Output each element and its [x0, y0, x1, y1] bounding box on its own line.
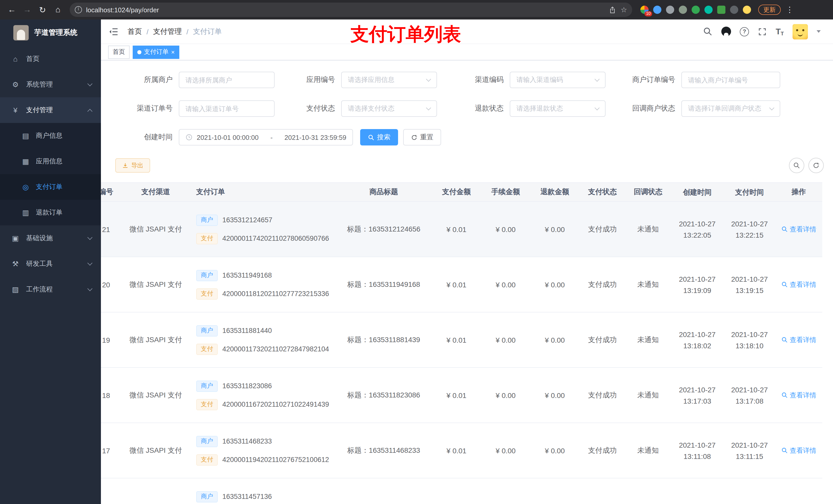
breadcrumb-home[interactable]: 首页 — [127, 27, 142, 36]
site-info-icon[interactable] — [75, 6, 82, 13]
chevron-up-icon — [87, 109, 93, 114]
notify-status-select[interactable]: 请选择订单回调商户状态 — [681, 100, 780, 117]
cell-status: 支付成功 — [579, 202, 625, 257]
create-time-range-picker[interactable]: 2021-10-01 00:00:00 - 2021-10-31 23:59:5… — [179, 129, 353, 145]
cell-channel — [122, 478, 189, 504]
merchant-tag: 商户 — [196, 325, 218, 336]
sidebar-item-workflow[interactable]: ▨ 工作流程 — [0, 277, 101, 302]
tab-pay-order[interactable]: 支付订单 — [133, 45, 179, 58]
cell-amount: ¥ 0.01 — [432, 423, 481, 478]
home-menu-icon: ⌂ — [11, 55, 20, 63]
filter-label: 渠道编码 — [457, 75, 510, 85]
url-text[interactable]: localhost:1024/pay/order — [86, 6, 605, 14]
cell-amount: ¥ 0.01 — [432, 368, 481, 423]
view-detail-link[interactable]: 查看详情 — [781, 390, 816, 400]
cell-notify: 未通知 — [625, 257, 671, 312]
reset-button[interactable]: 重置 — [403, 129, 441, 145]
cell-title: 标题：1635311468233 — [336, 423, 432, 478]
gear-icon: ⚙ — [11, 80, 20, 89]
help-icon[interactable] — [740, 27, 749, 36]
extension-icon[interactable] — [705, 6, 713, 14]
toggle-search-icon[interactable] — [789, 158, 804, 173]
sidebar-item-pay-order[interactable]: ◎ 支付订单 — [0, 174, 101, 200]
date-separator: - — [263, 134, 280, 141]
sidebar-item-dev-tools[interactable]: ⚒ 研发工具 — [0, 251, 101, 277]
merchant-input[interactable] — [179, 72, 275, 88]
filter-label: 所属商户 — [126, 75, 179, 85]
table-header-row: 编号 支付渠道 支付订单 商品标题 支付金额 手续金额 退款金额 支付状态 回调… — [101, 182, 822, 202]
view-detail-link[interactable]: 查看详情 — [781, 280, 816, 289]
app-id-select[interactable]: 请选择应用信息 — [341, 72, 437, 88]
sidebar-item-infra[interactable]: ▣ 基础设施 — [0, 225, 101, 251]
sidebar-item-merchant-info[interactable]: ▤ 商户信息 — [0, 123, 101, 148]
channel-code-select[interactable]: 请输入渠道编码 — [510, 72, 605, 88]
view-detail-link[interactable]: 查看详情 — [781, 335, 816, 344]
sidebar-item-app-info[interactable]: ▦ 应用信息 — [0, 148, 101, 174]
briefcase-icon: ▨ — [11, 285, 20, 293]
github-icon[interactable] — [721, 27, 731, 37]
payment-submenu: ▤ 商户信息 ▦ 应用信息 ◎ 支付订单 ▥ 退款订单 — [0, 123, 101, 225]
view-detail-link[interactable]: 查看详情 — [781, 224, 816, 234]
pay-order-no: 4200001194202110276752100612 — [222, 456, 329, 463]
bookmark-star-icon[interactable]: ☆ — [621, 6, 627, 14]
share-icon[interactable] — [609, 6, 617, 14]
extension-icon[interactable] — [653, 6, 661, 14]
tab-home[interactable]: 首页 — [108, 45, 129, 58]
back-icon[interactable]: ← — [5, 3, 19, 16]
refresh-icon[interactable] — [808, 158, 824, 173]
sidebar-item-refund-order[interactable]: ▥ 退款订单 — [0, 200, 101, 225]
reload-icon[interactable]: ↻ — [36, 3, 49, 16]
grid-icon: ▦ — [21, 157, 30, 165]
merchant-tag: 商户 — [196, 270, 218, 281]
view-detail-link[interactable]: 查看详情 — [781, 446, 816, 455]
pay-tag: 支付 — [196, 399, 218, 410]
date-start: 2021-10-01 00:00:00 — [197, 134, 259, 141]
date-end: 2021-10-31 23:59:59 — [285, 134, 346, 141]
extensions-puzzle-icon[interactable] — [730, 6, 738, 14]
refund-status-select[interactable]: 请选择退款状态 — [510, 100, 605, 117]
extension-icon[interactable] — [717, 6, 725, 14]
yen-icon: ¥ — [11, 106, 20, 114]
fullscreen-icon[interactable] — [758, 27, 767, 36]
channel-order-no-input[interactable] — [179, 100, 275, 117]
browser-update-button[interactable]: 更新 — [758, 5, 781, 15]
filter-label: 退款状态 — [457, 104, 510, 113]
extension-icon[interactable] — [679, 6, 687, 14]
close-icon[interactable] — [171, 49, 175, 55]
pay-status-select[interactable]: 请选择支付状态 — [341, 100, 437, 117]
merchant-order-no-input[interactable] — [681, 72, 780, 88]
address-bar[interactable]: localhost:1024/pay/order ☆ — [70, 3, 632, 17]
cell-refund: ¥ 0.00 — [530, 257, 579, 312]
browser-toolbar: ← → ↻ ⌂ localhost:1024/pay/order ☆ 更新 ⋮ — [0, 0, 833, 20]
top-navbar: 首页 支付管理 支付订单 支付订单列表 — [101, 20, 833, 44]
search-button[interactable]: 搜索 — [360, 129, 398, 145]
extension-icon[interactable] — [692, 6, 700, 14]
export-button[interactable]: 导出 — [115, 158, 150, 173]
sidebar: 芋道管理系统 ⌂ 首页 ⚙ 系统管理 ¥ 支付管理 ▤ 商户信息 — [0, 20, 101, 504]
extension-icon[interactable] — [640, 6, 648, 14]
extension-icon[interactable] — [666, 6, 674, 14]
cell-fee: ¥ 0.00 — [481, 312, 530, 367]
sidebar-fold-icon[interactable] — [109, 26, 119, 37]
user-avatar[interactable] — [792, 24, 808, 39]
search-icon[interactable] — [703, 27, 713, 37]
table-row-partial: 商户1635311457136 支付 — [101, 478, 822, 504]
chevron-down-icon — [595, 77, 600, 82]
chevron-down-icon — [769, 105, 774, 111]
forward-icon[interactable]: → — [21, 3, 34, 16]
cell-fee: ¥ 0.00 — [481, 368, 530, 423]
sidebar-item-payment[interactable]: ¥ 支付管理 — [0, 97, 101, 123]
browser-menu-icon[interactable]: ⋮ — [786, 5, 793, 14]
font-size-icon[interactable] — [776, 27, 784, 36]
avatar-caret-icon[interactable] — [817, 30, 821, 33]
card-icon: ▤ — [21, 131, 30, 140]
profile-avatar-icon[interactable] — [743, 6, 751, 14]
sidebar-item-home[interactable]: ⌂ 首页 — [0, 46, 101, 72]
breadcrumb-pay-manage[interactable]: 支付管理 — [153, 27, 182, 36]
tools-icon: ⚒ — [11, 260, 20, 268]
sidebar-item-system[interactable]: ⚙ 系统管理 — [0, 72, 101, 97]
cell-id: 19 — [101, 312, 122, 367]
home-icon[interactable]: ⌂ — [51, 3, 65, 16]
cell-amount: ¥ 0.01 — [432, 202, 481, 257]
filter-label: 应用编号 — [289, 75, 341, 85]
